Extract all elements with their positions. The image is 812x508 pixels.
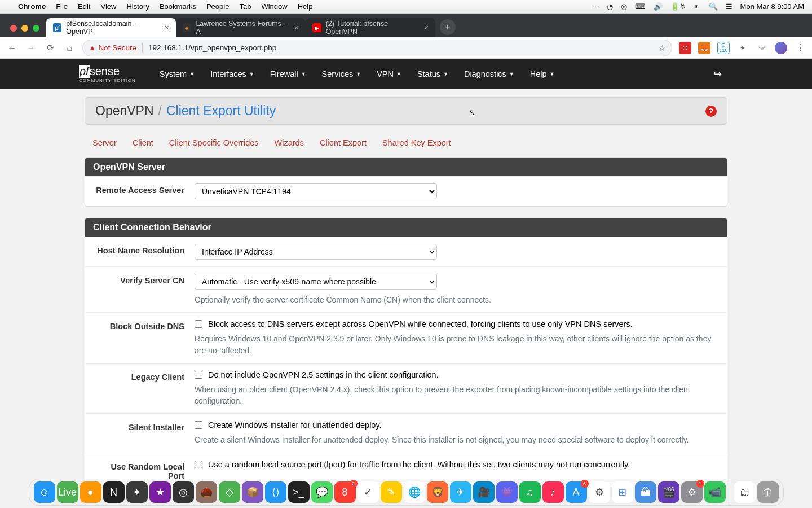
home-button[interactable]: ⌂ (63, 43, 76, 53)
profile-avatar-icon[interactable] (775, 42, 787, 54)
control-center-icon[interactable]: ☰ (726, 2, 732, 11)
menu-edit[interactable]: Edit (78, 2, 90, 11)
maximize-window-button[interactable] (33, 25, 39, 32)
nav-system[interactable]: System▼ (152, 69, 202, 78)
menu-window[interactable]: Window (261, 2, 287, 11)
dock-app[interactable]: ☺ (34, 481, 55, 503)
menu-people[interactable]: People (206, 2, 229, 11)
dock-app[interactable]: 82 (334, 481, 356, 503)
crumb-current[interactable]: Client Export Utility (166, 103, 276, 119)
dock-app[interactable]: ✈ (450, 481, 471, 503)
status-icon[interactable]: ◔ (607, 2, 613, 11)
dock-app[interactable]: ⊞ (612, 481, 633, 503)
minimize-window-button[interactable] (21, 25, 28, 32)
block-outside-dns-checkbox[interactable] (195, 320, 202, 328)
extension-icon[interactable]: ∷ (679, 42, 691, 54)
menu-bookmarks[interactable]: Bookmarks (160, 2, 196, 11)
dock-app[interactable]: 🌰 (196, 481, 217, 503)
bookmark-star-icon[interactable]: ☆ (653, 43, 672, 52)
battery-icon[interactable]: 🔋↯ (670, 2, 686, 11)
status-icon[interactable]: ▭ (592, 2, 599, 11)
close-tab-icon[interactable]: × (294, 23, 299, 32)
menu-file[interactable]: File (56, 2, 68, 11)
new-tab-button[interactable]: + (440, 19, 456, 35)
menu-view[interactable]: View (100, 2, 116, 11)
back-button[interactable]: ← (6, 43, 18, 53)
dock-app[interactable]: ⚙1 (681, 481, 703, 503)
dock-app[interactable]: ◇ (219, 481, 240, 503)
dock-app[interactable]: ✎ (381, 481, 402, 503)
menu-history[interactable]: History (126, 2, 149, 11)
help-icon[interactable]: ? (705, 106, 717, 117)
chrome-menu-icon[interactable]: ⋮ (794, 42, 806, 54)
close-tab-icon[interactable]: × (165, 23, 169, 32)
browser-tab[interactable]: ◈ Lawrence Systems Forums – A × (176, 18, 306, 37)
tab-shared-key-export[interactable]: Shared Key Export (382, 138, 451, 147)
dock-app[interactable]: 🗑 (757, 481, 779, 503)
dock-app[interactable]: ♫ (519, 481, 541, 503)
menu-tab[interactable]: Tab (239, 2, 251, 11)
tab-server[interactable]: Server (92, 138, 117, 147)
dock-app[interactable]: 💬 (311, 481, 333, 503)
logout-icon[interactable]: ↪ (713, 68, 722, 80)
not-secure-badge[interactable]: ▲ Not Secure (83, 43, 142, 52)
browser-tab[interactable]: ▶ (2) Tutorial: pfsense OpenVPN × (306, 18, 435, 37)
dock-app[interactable]: ★ (149, 481, 171, 503)
dock-app[interactable]: ⟨⟩ (265, 481, 286, 503)
dock-app[interactable]: 🦁 (427, 481, 448, 503)
dock-app[interactable]: 🗂 (734, 481, 756, 503)
dock-app[interactable]: 👾 (496, 481, 518, 503)
pfsense-logo[interactable]: pfsense COMMUNITY EDITION (79, 65, 136, 83)
tab-client[interactable]: Client (133, 138, 153, 147)
menu-help[interactable]: Help (298, 2, 313, 11)
dock-app[interactable]: ✦ (126, 481, 148, 503)
dock-app[interactable]: ⚙ (589, 481, 610, 503)
legacy-client-checkbox[interactable] (195, 371, 202, 379)
status-icon[interactable]: ⌨ (635, 2, 646, 11)
nav-diagnostics[interactable]: Diagnostics▼ (456, 69, 522, 78)
silent-installer-checkbox[interactable] (195, 421, 202, 429)
dock-app[interactable]: ● (80, 481, 102, 503)
dock-app[interactable]: 🌐 (404, 481, 425, 503)
nav-vpn[interactable]: VPN▼ (369, 69, 409, 78)
dock-app[interactable]: ✓ (358, 481, 379, 503)
app-name[interactable]: Chrome (18, 2, 46, 11)
close-window-button[interactable] (10, 25, 17, 32)
extension-icon[interactable]: ⊡110 (717, 42, 730, 54)
status-icon[interactable]: ◎ (621, 2, 627, 11)
crumb-root[interactable]: OpenVPN (95, 103, 154, 119)
dock-app[interactable]: A6 (566, 481, 587, 503)
wifi-icon[interactable]: ᯤ (694, 2, 701, 11)
volume-icon[interactable]: 🔊 (654, 2, 663, 11)
dock-app[interactable]: 📦 (242, 481, 263, 503)
address-bar[interactable]: ▲ Not Secure 192.168.1.1/vpn_openvpn_exp… (82, 40, 672, 56)
reading-list-icon[interactable]: ⎃ (756, 42, 768, 54)
nav-firewall[interactable]: Firewall▼ (262, 69, 314, 78)
metamask-extension-icon[interactable]: 🦊 (698, 42, 710, 54)
reload-button[interactable]: ⟳ (44, 42, 56, 53)
close-tab-icon[interactable]: × (424, 23, 429, 32)
dock-app[interactable]: Live (57, 481, 78, 503)
search-icon[interactable]: 🔍 (709, 2, 718, 11)
dock-app[interactable]: 🎬 (658, 481, 679, 503)
dock-app[interactable]: ♪ (542, 481, 564, 503)
dock-app[interactable]: ◎ (173, 481, 194, 503)
browser-tab-active[interactable]: pf pfSense.localdomain - OpenVP × (46, 18, 176, 37)
nav-interfaces[interactable]: Interfaces▼ (202, 69, 262, 78)
nav-help[interactable]: Help▼ (522, 69, 563, 78)
dock-app[interactable]: >_ (288, 481, 310, 503)
dock-app[interactable]: 🎥 (473, 481, 495, 503)
verify-server-cn-select[interactable]: Automatic - Use verify-x509-name where p… (195, 274, 437, 290)
tab-wizards[interactable]: Wizards (275, 138, 304, 147)
remote-access-server-select[interactable]: UnveticaVPN TCP4:1194 (195, 183, 437, 199)
dock-app[interactable]: 📹 (704, 481, 726, 503)
nav-services[interactable]: Services▼ (314, 69, 369, 78)
nav-status[interactable]: Status▼ (409, 69, 456, 78)
clock[interactable]: Mon Mar 8 9:00 AM (740, 2, 804, 11)
random-local-port-checkbox[interactable] (195, 461, 202, 468)
dock-app[interactable]: 🏔 (635, 481, 656, 503)
extensions-menu-icon[interactable]: ✦ (736, 42, 749, 54)
tab-client-export[interactable]: Client Export (320, 138, 367, 147)
host-name-resolution-select[interactable]: Interface IP Address (195, 244, 437, 260)
dock-app[interactable]: N (103, 481, 125, 503)
